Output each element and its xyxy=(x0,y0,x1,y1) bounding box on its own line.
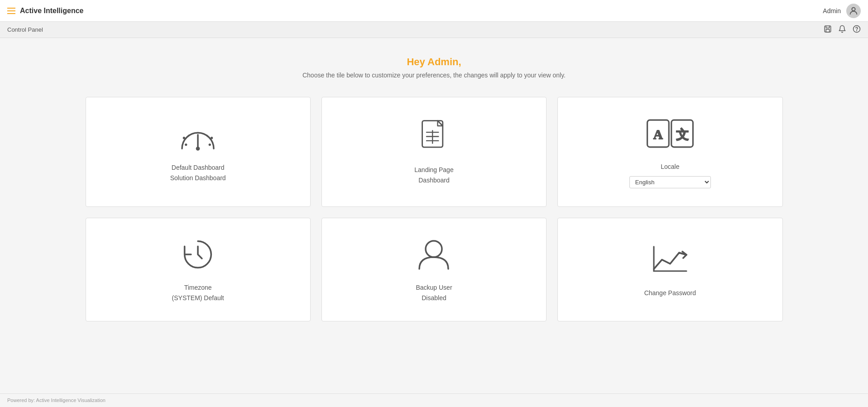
user-icon xyxy=(416,236,452,274)
tile-backup-user[interactable]: Backup UserDisabled xyxy=(321,218,547,321)
hamburger-menu[interactable] xyxy=(7,8,15,14)
tile-timezone-label: Timezone(SYSTEM) Default xyxy=(172,283,224,303)
dashboard-icon xyxy=(177,121,218,154)
tile-locale-label: LocaleEnglishFrenchSpanishGermanChinese xyxy=(629,162,711,188)
main-content: Hey Admin, Choose the tile below to cust… xyxy=(0,38,868,393)
avatar[interactable] xyxy=(846,4,861,18)
svg-point-19 xyxy=(426,241,442,257)
locale-select[interactable]: EnglishFrenchSpanishGermanChinese xyxy=(629,176,711,188)
svg-point-0 xyxy=(852,7,855,10)
spreadsheet-icon xyxy=(418,119,450,157)
welcome-section: Hey Admin, Choose the tile below to cust… xyxy=(27,56,841,79)
tile-backup-user-label: Backup UserDisabled xyxy=(416,283,452,303)
svg-point-6 xyxy=(185,144,187,146)
tile-change-password[interactable]: Change Password xyxy=(557,218,782,321)
tiles-grid: Default DashboardSolution Dashboard Land… xyxy=(86,97,783,321)
tile-default-dashboard-label: Default DashboardSolution Dashboard xyxy=(170,163,226,183)
nav-right: Admin xyxy=(823,4,861,18)
svg-point-9 xyxy=(211,137,213,139)
admin-label: Admin xyxy=(823,7,841,14)
nav-left: Active Intelligence xyxy=(7,7,84,15)
footer-label: Powered by: Active Intelligence Visualiz… xyxy=(7,397,106,403)
svg-text:文: 文 xyxy=(676,128,688,142)
top-nav: Active Intelligence Admin xyxy=(0,0,868,22)
translate-icon: A 文 xyxy=(645,115,695,153)
control-panel-label: Control Panel xyxy=(7,26,43,33)
tile-locale[interactable]: A 文 LocaleEnglishFrenchSpanishGermanChin… xyxy=(557,97,782,207)
notification-icon[interactable] xyxy=(838,25,846,35)
svg-text:A: A xyxy=(653,127,663,142)
tile-landing-page[interactable]: Landing PageDashboard xyxy=(321,97,547,207)
sub-nav: Control Panel xyxy=(0,22,868,38)
svg-point-5 xyxy=(196,147,200,151)
tile-default-dashboard[interactable]: Default DashboardSolution Dashboard xyxy=(86,97,311,207)
footer: Powered by: Active Intelligence Visualiz… xyxy=(0,393,868,407)
tile-change-password-label: Change Password xyxy=(644,288,696,298)
svg-point-7 xyxy=(209,144,211,146)
app-title: Active Intelligence xyxy=(20,7,84,15)
help-icon[interactable] xyxy=(853,25,861,35)
welcome-title: Hey Admin, xyxy=(27,56,841,68)
tile-landing-page-label: Landing PageDashboard xyxy=(414,165,453,185)
sub-nav-icons xyxy=(824,25,861,35)
tile-timezone[interactable]: Timezone(SYSTEM) Default xyxy=(86,218,311,321)
welcome-subtitle: Choose the tile below to customize your … xyxy=(27,72,841,79)
svg-point-8 xyxy=(183,137,185,139)
clock-icon xyxy=(180,236,216,274)
save-icon[interactable] xyxy=(824,25,832,35)
chart-icon xyxy=(650,242,691,280)
